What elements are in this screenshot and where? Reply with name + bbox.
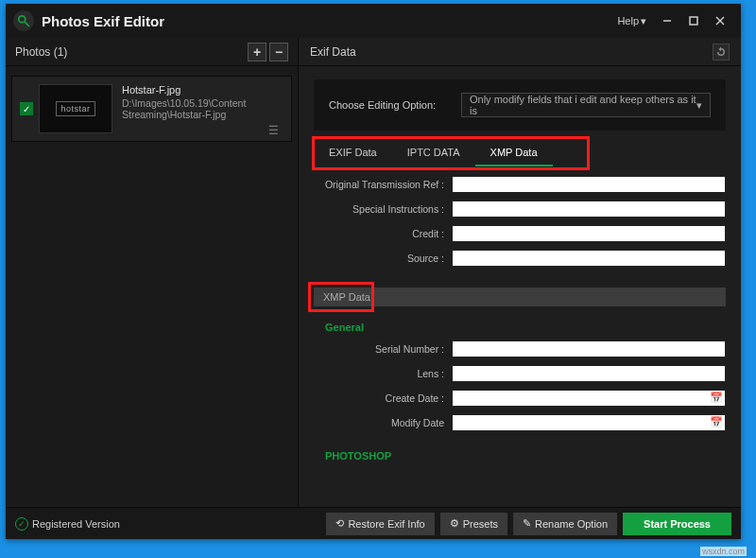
- section-xmp-data: XMP Data: [314, 288, 726, 306]
- fields-area: Original Transmission Ref : Special Inst…: [314, 172, 726, 462]
- check-circle-icon: ✓: [15, 517, 28, 531]
- label-credit: Credit :: [314, 228, 452, 239]
- calendar-icon[interactable]: 📅: [710, 416, 723, 428]
- row-source: Source :: [314, 246, 726, 270]
- input-lens[interactable]: [452, 365, 726, 382]
- row-credit: Credit :: [314, 221, 726, 246]
- editing-option-label: Choose Editing Option:: [329, 99, 461, 111]
- editing-option-select[interactable]: Only modify fields that i edit and keep …: [461, 93, 711, 117]
- input-create-date[interactable]: 📅: [452, 390, 726, 407]
- start-label: Start Process: [644, 518, 711, 530]
- source-watermark: wsxdn.com: [700, 547, 747, 556]
- footer-buttons: ⟲Restore Exif Info ⚙Presets ✎Rename Opti…: [326, 513, 731, 535]
- right-body: Choose Editing Option: Only modify field…: [299, 66, 741, 507]
- input-serial-number[interactable]: [452, 340, 726, 357]
- row-orig-trans-ref: Original Transmission Ref :: [314, 172, 726, 197]
- label-create-date: Create Date :: [314, 392, 452, 404]
- input-modify-date[interactable]: 📅: [452, 414, 726, 431]
- svg-line-1: [25, 22, 29, 26]
- left-panel: Photos (1) + − ✓ hotstar Hotstar-F.jpg D…: [6, 38, 299, 507]
- photos-count-label: Photos (1): [15, 45, 245, 59]
- file-menu-icon[interactable]: ☰: [268, 124, 285, 137]
- split-pane: Photos (1) + − ✓ hotstar Hotstar-F.jpg D…: [6, 38, 741, 507]
- row-serial-number: Serial Number :: [314, 337, 726, 361]
- chevron-down-icon: ▾: [641, 15, 646, 27]
- svg-point-0: [19, 16, 26, 23]
- rename-label: Rename Option: [535, 518, 608, 530]
- input-orig-trans-ref[interactable]: [452, 176, 726, 193]
- file-name: Hotstar-F.jpg: [122, 84, 246, 96]
- app-window: Photos Exif Editor Help▾ Photos (1) + − …: [6, 4, 741, 539]
- label-special-instructions: Special Instructions :: [314, 203, 452, 215]
- tab-exif-data[interactable]: EXIF Data: [314, 140, 392, 166]
- file-path-2: Streaming\Hotstar-F.jpg: [122, 109, 246, 120]
- label-source: Source :: [314, 253, 452, 264]
- editing-option-value: Only modify fields that i edit and keep …: [470, 94, 696, 116]
- tab-iptc-data[interactable]: IPTC DATA: [392, 140, 475, 166]
- file-thumbnail: hotstar: [39, 84, 112, 133]
- remove-photo-button[interactable]: −: [269, 43, 288, 61]
- label-serial-number: Serial Number :: [314, 343, 452, 355]
- start-process-button[interactable]: Start Process: [623, 513, 731, 535]
- restore-icon: ⟲: [335, 517, 344, 530]
- calendar-icon[interactable]: 📅: [710, 392, 723, 404]
- tab-bar: EXIF Data IPTC DATA XMP Data: [314, 140, 726, 166]
- pencil-icon: ✎: [523, 517, 531, 530]
- file-info: Hotstar-F.jpg D:\Images\10.05.19\Content…: [122, 84, 246, 133]
- restore-exif-button[interactable]: ⟲Restore Exif Info: [326, 513, 434, 535]
- rename-option-button[interactable]: ✎Rename Option: [513, 513, 617, 535]
- help-label: Help: [617, 15, 639, 26]
- right-header: Exif Data: [299, 38, 741, 66]
- label-lens: Lens :: [314, 368, 452, 379]
- right-panel: Exif Data Choose Editing Option: Only mo…: [299, 38, 741, 507]
- svg-rect-3: [690, 17, 697, 25]
- footer: ✓ Registered Version ⟲Restore Exif Info …: [6, 507, 741, 539]
- row-create-date: Create Date :📅: [314, 386, 726, 410]
- app-title: Photos Exif Editor: [42, 13, 610, 29]
- input-credit[interactable]: [452, 225, 726, 242]
- thumb-text: hotstar: [56, 101, 94, 116]
- refresh-button[interactable]: [713, 44, 730, 61]
- file-checkbox[interactable]: ✓: [20, 102, 33, 115]
- restore-label: Restore Exif Info: [348, 518, 424, 530]
- input-source[interactable]: [452, 250, 726, 267]
- registered-status: ✓ Registered Version: [15, 517, 120, 531]
- presets-label: Presets: [463, 518, 498, 530]
- maximize-button[interactable]: [680, 9, 707, 32]
- minimize-button[interactable]: [654, 9, 680, 32]
- input-special-instructions[interactable]: [452, 201, 726, 218]
- section-label: XMP Data: [323, 291, 370, 303]
- file-path-1: D:\Images\10.05.19\Content: [122, 97, 246, 109]
- left-header: Photos (1) + −: [6, 38, 298, 66]
- label-orig-trans-ref: Original Transmission Ref :: [314, 179, 452, 190]
- label-modify-date: Modify Date: [314, 417, 452, 428]
- subhead-general: General: [325, 322, 726, 333]
- presets-icon: ⚙: [450, 517, 459, 530]
- row-special-instructions: Special Instructions :: [314, 197, 726, 221]
- titlebar: Photos Exif Editor Help▾: [6, 4, 741, 38]
- exif-data-title: Exif Data: [310, 45, 356, 59]
- chevron-down-icon: ▾: [696, 99, 702, 112]
- app-logo-icon: [13, 10, 34, 31]
- close-button[interactable]: [707, 9, 733, 32]
- row-modify-date: Modify Date📅: [314, 410, 726, 435]
- editing-option-row: Choose Editing Option: Only modify field…: [314, 79, 726, 131]
- registered-label: Registered Version: [32, 518, 120, 530]
- presets-button[interactable]: ⚙Presets: [440, 513, 507, 535]
- subhead-photoshop: PHOTOSHOP: [325, 450, 726, 462]
- tab-xmp-data[interactable]: XMP Data: [475, 140, 553, 166]
- help-menu[interactable]: Help▾: [610, 11, 654, 31]
- row-lens: Lens :: [314, 361, 726, 386]
- file-item[interactable]: ✓ hotstar Hotstar-F.jpg D:\Images\10.05.…: [11, 76, 292, 142]
- add-photo-button[interactable]: +: [248, 43, 266, 61]
